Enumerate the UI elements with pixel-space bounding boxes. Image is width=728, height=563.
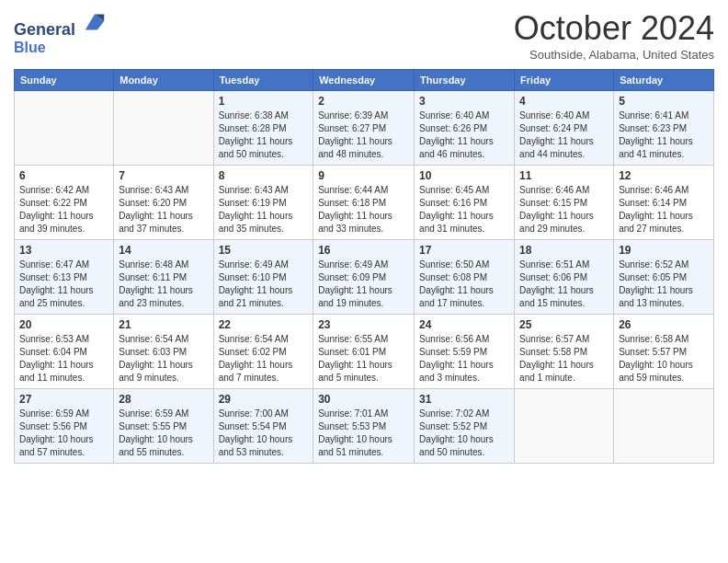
header-cell-wednesday: Wednesday	[313, 70, 415, 91]
day-cell: 27Sunrise: 6:59 AMSunset: 5:56 PMDayligh…	[15, 389, 114, 464]
week-row-5: 27Sunrise: 6:59 AMSunset: 5:56 PMDayligh…	[15, 389, 714, 464]
day-number: 1	[219, 95, 309, 108]
calendar-table: SundayMondayTuesdayWednesdayThursdayFrid…	[14, 69, 714, 464]
day-number: 6	[19, 169, 108, 182]
day-cell: 11Sunrise: 6:46 AMSunset: 6:15 PMDayligh…	[515, 166, 614, 240]
day-info: Sunrise: 6:46 AMSunset: 6:14 PMDaylight:…	[619, 184, 709, 236]
day-info: Sunrise: 6:49 AMSunset: 6:10 PMDaylight:…	[219, 259, 309, 310]
day-cell: 9Sunrise: 6:44 AMSunset: 6:18 PMDaylight…	[313, 166, 415, 240]
day-info: Sunrise: 6:59 AMSunset: 5:56 PMDaylight:…	[19, 408, 108, 459]
day-info: Sunrise: 6:50 AMSunset: 6:08 PMDaylight:…	[419, 259, 509, 310]
day-cell: 17Sunrise: 6:50 AMSunset: 6:08 PMDayligh…	[415, 240, 515, 315]
day-info: Sunrise: 6:58 AMSunset: 5:57 PMDaylight:…	[619, 333, 709, 385]
logo-blue: Blue	[14, 40, 108, 56]
day-number: 20	[19, 318, 108, 331]
day-number: 16	[318, 244, 409, 257]
day-info: Sunrise: 6:40 AMSunset: 6:24 PMDaylight:…	[519, 109, 609, 161]
day-info: Sunrise: 6:39 AMSunset: 6:27 PMDaylight:…	[318, 109, 409, 161]
day-cell: 29Sunrise: 7:00 AMSunset: 5:54 PMDayligh…	[213, 389, 313, 464]
day-info: Sunrise: 7:01 AMSunset: 5:53 PMDaylight:…	[318, 408, 409, 459]
day-info: Sunrise: 6:54 AMSunset: 6:02 PMDaylight:…	[219, 333, 309, 385]
day-info: Sunrise: 6:49 AMSunset: 6:09 PMDaylight:…	[318, 259, 409, 310]
day-cell: 10Sunrise: 6:45 AMSunset: 6:16 PMDayligh…	[415, 166, 515, 240]
day-cell: 18Sunrise: 6:51 AMSunset: 6:06 PMDayligh…	[515, 240, 614, 315]
day-cell: 3Sunrise: 6:40 AMSunset: 6:26 PMDaylight…	[415, 91, 515, 166]
day-number: 22	[219, 318, 309, 331]
day-number: 17	[419, 244, 509, 257]
day-cell: 26Sunrise: 6:58 AMSunset: 5:57 PMDayligh…	[614, 315, 714, 389]
day-cell: 23Sunrise: 6:55 AMSunset: 6:01 PMDayligh…	[313, 315, 415, 389]
day-cell: 21Sunrise: 6:54 AMSunset: 6:03 PMDayligh…	[114, 315, 213, 389]
day-cell: 7Sunrise: 6:43 AMSunset: 6:20 PMDaylight…	[114, 166, 213, 240]
title-block: October 2024 Southside, Alabama, United …	[514, 9, 714, 62]
week-row-3: 13Sunrise: 6:47 AMSunset: 6:13 PMDayligh…	[15, 240, 714, 315]
header-cell-monday: Monday	[114, 70, 213, 91]
day-cell	[515, 389, 614, 464]
day-number: 23	[318, 318, 409, 331]
day-number: 5	[619, 95, 709, 108]
day-info: Sunrise: 6:57 AMSunset: 5:58 PMDaylight:…	[519, 333, 609, 385]
day-cell: 1Sunrise: 6:38 AMSunset: 6:28 PMDaylight…	[213, 91, 313, 166]
day-number: 25	[519, 318, 609, 331]
day-number: 19	[619, 244, 709, 257]
day-number: 4	[519, 95, 609, 108]
day-number: 7	[119, 169, 208, 182]
month-title: October 2024	[514, 9, 714, 48]
day-number: 11	[519, 169, 609, 182]
day-cell: 28Sunrise: 6:59 AMSunset: 5:55 PMDayligh…	[114, 389, 213, 464]
header-cell-friday: Friday	[515, 70, 614, 91]
day-info: Sunrise: 6:48 AMSunset: 6:11 PMDaylight:…	[119, 259, 208, 310]
day-info: Sunrise: 6:52 AMSunset: 6:05 PMDaylight:…	[619, 259, 709, 310]
header-cell-tuesday: Tuesday	[213, 70, 313, 91]
day-number: 15	[219, 244, 309, 257]
day-cell: 12Sunrise: 6:46 AMSunset: 6:14 PMDayligh…	[614, 166, 714, 240]
calendar-body: 1Sunrise: 6:38 AMSunset: 6:28 PMDaylight…	[15, 91, 714, 464]
day-cell: 6Sunrise: 6:42 AMSunset: 6:22 PMDaylight…	[15, 166, 114, 240]
location-subtitle: Southside, Alabama, United States	[514, 48, 714, 62]
day-cell: 31Sunrise: 7:02 AMSunset: 5:52 PMDayligh…	[415, 389, 515, 464]
day-cell: 15Sunrise: 6:49 AMSunset: 6:10 PMDayligh…	[213, 240, 313, 315]
day-number: 2	[318, 95, 409, 108]
day-cell: 22Sunrise: 6:54 AMSunset: 6:02 PMDayligh…	[213, 315, 313, 389]
day-number: 14	[119, 244, 208, 257]
day-info: Sunrise: 6:46 AMSunset: 6:15 PMDaylight:…	[519, 184, 609, 236]
week-row-4: 20Sunrise: 6:53 AMSunset: 6:04 PMDayligh…	[15, 315, 714, 389]
day-cell: 2Sunrise: 6:39 AMSunset: 6:27 PMDaylight…	[313, 91, 415, 166]
day-info: Sunrise: 6:51 AMSunset: 6:06 PMDaylight:…	[519, 259, 609, 310]
day-number: 10	[419, 169, 509, 182]
day-number: 9	[318, 169, 409, 182]
day-info: Sunrise: 7:02 AMSunset: 5:52 PMDaylight:…	[419, 408, 509, 459]
page-header: General Blue October 2024 Southside, Ala…	[14, 9, 714, 62]
day-cell: 13Sunrise: 6:47 AMSunset: 6:13 PMDayligh…	[15, 240, 114, 315]
day-info: Sunrise: 6:38 AMSunset: 6:28 PMDaylight:…	[219, 109, 309, 161]
day-info: Sunrise: 6:55 AMSunset: 6:01 PMDaylight:…	[318, 333, 409, 385]
day-number: 3	[419, 95, 509, 108]
day-number: 31	[419, 393, 509, 406]
day-number: 24	[419, 318, 509, 331]
day-info: Sunrise: 6:40 AMSunset: 6:26 PMDaylight:…	[419, 109, 509, 161]
day-info: Sunrise: 6:42 AMSunset: 6:22 PMDaylight:…	[19, 184, 108, 236]
day-info: Sunrise: 6:45 AMSunset: 6:16 PMDaylight:…	[419, 184, 509, 236]
day-cell: 8Sunrise: 6:43 AMSunset: 6:19 PMDaylight…	[213, 166, 313, 240]
day-number: 28	[119, 393, 208, 406]
day-number: 27	[19, 393, 108, 406]
day-number: 26	[619, 318, 709, 331]
logo: General Blue	[14, 9, 108, 55]
day-cell	[114, 91, 213, 166]
day-number: 8	[219, 169, 309, 182]
day-cell: 4Sunrise: 6:40 AMSunset: 6:24 PMDaylight…	[515, 91, 614, 166]
day-cell: 19Sunrise: 6:52 AMSunset: 6:05 PMDayligh…	[614, 240, 714, 315]
logo-text: General	[14, 9, 108, 40]
day-cell: 14Sunrise: 6:48 AMSunset: 6:11 PMDayligh…	[114, 240, 213, 315]
logo-icon	[82, 9, 108, 35]
day-cell: 16Sunrise: 6:49 AMSunset: 6:09 PMDayligh…	[313, 240, 415, 315]
header-cell-sunday: Sunday	[15, 70, 114, 91]
header-cell-saturday: Saturday	[614, 70, 714, 91]
week-row-2: 6Sunrise: 6:42 AMSunset: 6:22 PMDaylight…	[15, 166, 714, 240]
day-number: 18	[519, 244, 609, 257]
day-info: Sunrise: 6:56 AMSunset: 5:59 PMDaylight:…	[419, 333, 509, 385]
day-info: Sunrise: 6:43 AMSunset: 6:20 PMDaylight:…	[119, 184, 208, 236]
day-cell	[614, 389, 714, 464]
day-number: 12	[619, 169, 709, 182]
day-number: 30	[318, 393, 409, 406]
